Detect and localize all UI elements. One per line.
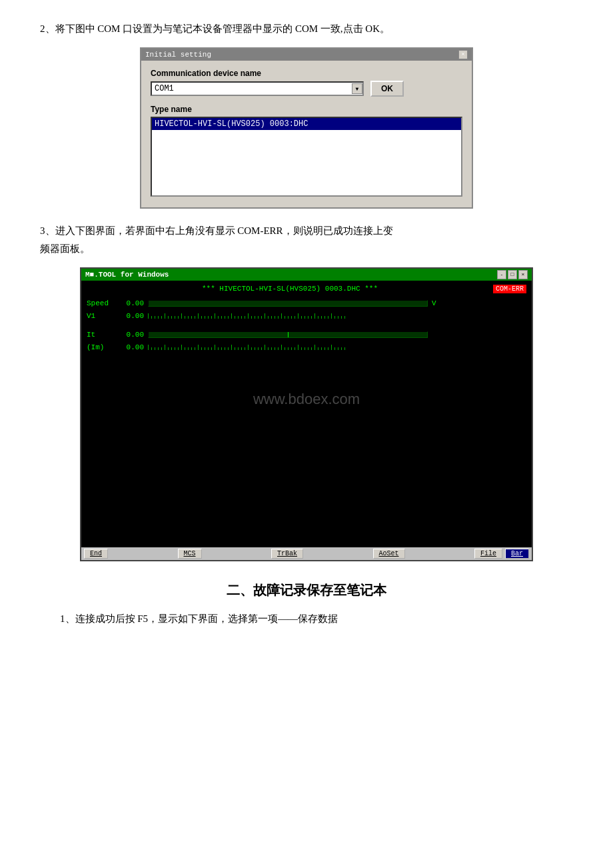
type-name-listbox[interactable]: HIVECTOL-HVI-SL(HVS025) 0003:DHC (151, 117, 462, 197)
step2-text: 2、将下图中 COM 口设置为与笔记本设备管理器中显示的 COM 一致,点击 O… (40, 20, 573, 38)
mtool-titlebar: M■.TOOL for Windows - □ × (81, 269, 532, 281)
trbak-button[interactable]: TrBak (271, 549, 303, 559)
com-select[interactable]: COM1 (151, 81, 364, 96)
type-name-label: Type name (151, 105, 462, 114)
step3-text: 3、进入下图界面，若界面中右上角没有显示 COM-ERR，则说明已成功连接上变 … (40, 222, 573, 258)
step3-line2: 频器面板。 (40, 243, 90, 254)
speed-value: 0.00 (120, 298, 144, 309)
initial-setting-dialog: Initial setting × Communication device n… (140, 47, 473, 209)
im-value: 0.00 (120, 342, 144, 353)
dialog-close-btn[interactable]: × (458, 50, 468, 59)
it-label: It (87, 329, 116, 341)
mtool-body: *** HIVECTOL-HVI-SL(HVS025) 0003.DHC ***… (81, 281, 532, 547)
dialog-body: Communication device name COM1 ▼ OK Type… (141, 61, 472, 207)
mtool-restore-btn[interactable]: □ (508, 270, 517, 279)
file-button[interactable]: File (474, 549, 502, 559)
im-ticks (148, 345, 428, 350)
speed-row: Speed 0.00 V (87, 298, 526, 309)
dialog-titlebar: Initial setting × (141, 49, 472, 61)
v1-value: 0.00 (120, 311, 144, 322)
im-row: (Im) 0.00 (87, 342, 526, 353)
section2-heading: 二、故障记录保存至笔记本 (40, 581, 573, 599)
mcs-button[interactable]: MCS (178, 549, 202, 559)
mtool-title: M■.TOOL for Windows (85, 271, 169, 279)
step1-text: 1、连接成功后按 F5，显示如下界面，选择第一项——保存数据 (40, 610, 573, 628)
mtool-content: www.bdoex.com Speed 0.00 V V1 0.00 (87, 298, 526, 501)
end-button[interactable]: End (84, 549, 108, 559)
mtool-minimize-btn[interactable]: - (497, 270, 506, 279)
v1-row: V1 0.00 // Generate tick marks inline vi… (87, 311, 526, 322)
speed-label: Speed (87, 298, 116, 309)
mtool-controls: - □ × (497, 270, 528, 279)
mtool-bottom-bar: End MCS TrBak AoSet File Bar (81, 547, 532, 560)
step3-line1: 3、进入下图界面，若界面中右上角没有显示 COM-ERR，则说明已成功连接上变 (40, 225, 393, 236)
im-label: (Im) (87, 342, 116, 353)
mtool-top-row: *** HIVECTOL-HVI-SL(HVS025) 0003.DHC ***… (87, 285, 526, 297)
speed-bar (148, 300, 428, 307)
com-select-wrapper: COM1 ▼ (151, 81, 364, 96)
it-bar (148, 331, 428, 338)
it-value: 0.00 (120, 329, 144, 341)
speed-v-label: V (432, 298, 436, 309)
ok-button[interactable]: OK (370, 81, 404, 97)
com-err-badge: COM-ERR (493, 285, 526, 293)
mtool-header-text: *** HIVECTOL-HVI-SL(HVS025) 0003.DHC *** (87, 285, 493, 293)
bar-button[interactable]: Bar (505, 549, 529, 559)
comm-device-label: Communication device name (151, 69, 462, 78)
mtool-data-area: Speed 0.00 V V1 0.00 // Generate tick ma… (87, 298, 526, 501)
it-row: It 0.00 (87, 329, 526, 341)
dialog-title: Initial setting (145, 51, 211, 59)
v1-ticks: // Generate tick marks inline via JS bel… (148, 313, 428, 319)
type-name-item[interactable]: HIVECTOL-HVI-SL(HVS025) 0003:DHC (152, 118, 461, 130)
v1-label: V1 (87, 311, 116, 322)
aoset-button[interactable]: AoSet (373, 549, 405, 559)
mtool-window: M■.TOOL for Windows - □ × *** HIVECTOL-H… (80, 267, 533, 561)
com-select-row: COM1 ▼ OK (151, 81, 462, 97)
mtool-close-btn[interactable]: × (518, 270, 528, 279)
